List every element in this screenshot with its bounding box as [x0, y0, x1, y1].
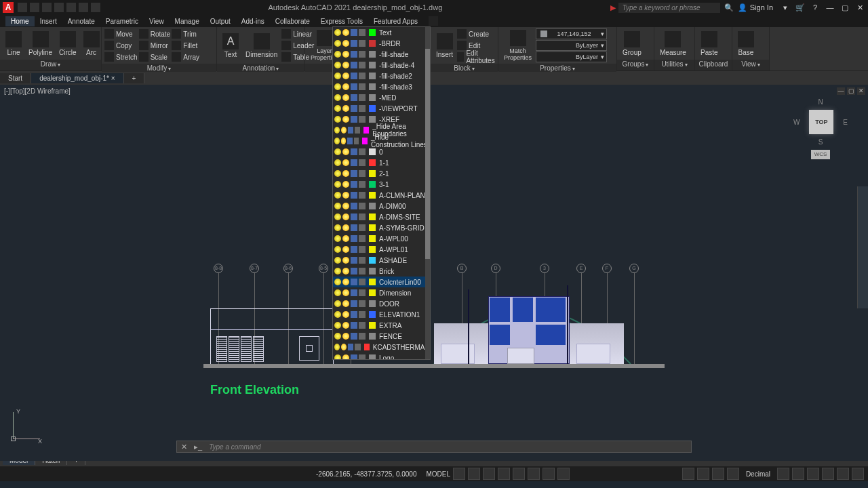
plot-icon[interactable] [359, 83, 366, 90]
bulb-icon[interactable] [334, 116, 341, 123]
qat-plot-icon[interactable] [66, 3, 76, 12]
layer-item[interactable]: _Hide Construction Lines [333, 136, 430, 146]
signin-link[interactable]: Sign In [750, 3, 773, 12]
plot-icon[interactable] [359, 51, 366, 58]
bulb-icon[interactable] [334, 83, 341, 90]
tab-new[interactable]: + [124, 73, 145, 83]
tab-collaborate[interactable]: Collaborate [270, 16, 315, 26]
plot-icon[interactable] [359, 268, 366, 274]
bulb-icon[interactable] [334, 181, 341, 188]
freeze-icon[interactable] [342, 73, 349, 79]
lock-icon[interactable] [348, 344, 353, 350]
plot-icon[interactable] [359, 105, 366, 112]
lock-icon[interactable] [351, 51, 357, 58]
freeze-icon[interactable] [342, 300, 349, 307]
plot-icon[interactable] [359, 300, 366, 307]
lock-icon[interactable] [351, 29, 357, 36]
base-button[interactable]: Base [735, 30, 757, 58]
layer-item[interactable]: ColcnterLin00 [333, 277, 430, 287]
freeze-icon[interactable] [342, 40, 349, 47]
freeze-icon[interactable] [342, 279, 349, 285]
qat-save-icon[interactable] [42, 3, 52, 12]
isolate-icon[interactable] [807, 468, 819, 480]
paste-button[interactable]: Paste [698, 30, 721, 58]
layer-item[interactable]: KCADSTHERMAL [333, 342, 430, 352]
freeze-icon[interactable] [342, 181, 349, 188]
lock-icon[interactable] [348, 127, 353, 134]
plot-icon[interactable] [359, 289, 366, 296]
vp-close-icon[interactable]: ✕ [857, 87, 865, 95]
scrollbar-thumb[interactable] [425, 49, 430, 259]
viewport-label[interactable]: [-][Top][2D Wireframe] [4, 87, 71, 95]
plot-icon[interactable] [359, 322, 366, 329]
layer-item[interactable]: -MED [333, 92, 430, 103]
bulb-icon[interactable] [334, 246, 341, 253]
space-label[interactable]: MODEL [426, 470, 450, 478]
move-button[interactable]: Move [104, 28, 138, 39]
freeze-icon[interactable] [342, 214, 349, 220]
lock-icon[interactable] [351, 148, 357, 155]
dimension-button[interactable]: Dimension [243, 32, 280, 60]
plot-icon[interactable] [359, 94, 366, 101]
lock-icon[interactable] [351, 40, 357, 47]
freeze-icon[interactable] [342, 148, 349, 155]
bulb-icon[interactable] [334, 73, 341, 79]
lock-icon[interactable] [351, 289, 357, 296]
editattr-button[interactable]: Edit Attributes [457, 52, 497, 62]
bulb-icon[interactable] [334, 235, 341, 242]
plot-icon[interactable] [359, 170, 366, 177]
freeze-icon[interactable] [342, 170, 349, 177]
layer-item[interactable]: A-CLMN-PLAN [333, 190, 430, 201]
insert-button[interactable]: Insert [433, 32, 456, 60]
freeze-icon[interactable] [342, 268, 349, 274]
freeze-icon[interactable] [341, 127, 347, 134]
bulb-icon[interactable] [334, 300, 341, 307]
plot-icon[interactable] [359, 62, 366, 68]
tab-express[interactable]: Express Tools [315, 16, 368, 26]
bulb-icon[interactable] [334, 344, 340, 350]
plot-icon[interactable] [354, 138, 359, 144]
custom-icon[interactable] [852, 468, 864, 480]
layer-item[interactable]: Logo [333, 352, 430, 360]
line-button[interactable]: Line [3, 30, 24, 58]
circle-button[interactable]: Circle [56, 30, 79, 58]
text-button[interactable]: AText [220, 32, 241, 60]
tab-insert[interactable]: Insert [35, 16, 62, 26]
tab-parametric[interactable]: Parametric [100, 16, 144, 26]
lock-icon[interactable] [351, 246, 357, 253]
bulb-icon[interactable] [334, 214, 341, 220]
lock-icon[interactable] [351, 203, 357, 209]
bulb-icon[interactable] [334, 311, 341, 318]
plot-icon[interactable] [359, 214, 366, 220]
bulb-icon[interactable] [334, 192, 341, 199]
qat-new-icon[interactable] [18, 3, 27, 12]
lock-icon[interactable] [351, 333, 357, 340]
lwt-icon[interactable] [542, 468, 555, 480]
plot-icon[interactable] [359, 181, 366, 188]
plot-icon[interactable] [355, 127, 360, 134]
freeze-icon[interactable] [342, 192, 349, 199]
plot-icon[interactable] [359, 279, 366, 285]
freeze-icon[interactable] [342, 83, 349, 90]
layer-item[interactable]: -fill-shade3 [333, 81, 430, 92]
bulb-icon[interactable] [334, 62, 341, 68]
scale-icon[interactable] [697, 468, 709, 480]
qat-redo-icon[interactable] [91, 3, 100, 12]
bulb-icon[interactable] [334, 29, 341, 36]
lock-icon[interactable] [351, 279, 357, 285]
lock-icon[interactable] [351, 62, 357, 68]
transparency-icon[interactable] [557, 468, 570, 480]
layer-item[interactable]: 1-1 [333, 157, 430, 168]
layer-item[interactable]: ASHADE [333, 255, 430, 266]
hardware-icon[interactable] [822, 468, 834, 480]
lock-icon[interactable] [351, 181, 357, 188]
grid-icon[interactable] [453, 468, 465, 480]
plot-icon[interactable] [359, 333, 366, 340]
layer-item[interactable]: A-DIM00 [333, 201, 430, 211]
lock-icon[interactable] [351, 83, 357, 90]
layer-item[interactable]: -fill-shade-4 [333, 60, 430, 70]
group-button[interactable]: Group [620, 30, 644, 58]
layer-item[interactable]: 3-1 [333, 179, 430, 190]
drawing-canvas[interactable]: — ▢ ✕ [-][Top][2D Wireframe] N WTOPE S W… [0, 85, 868, 461]
plot-icon[interactable] [359, 311, 366, 318]
